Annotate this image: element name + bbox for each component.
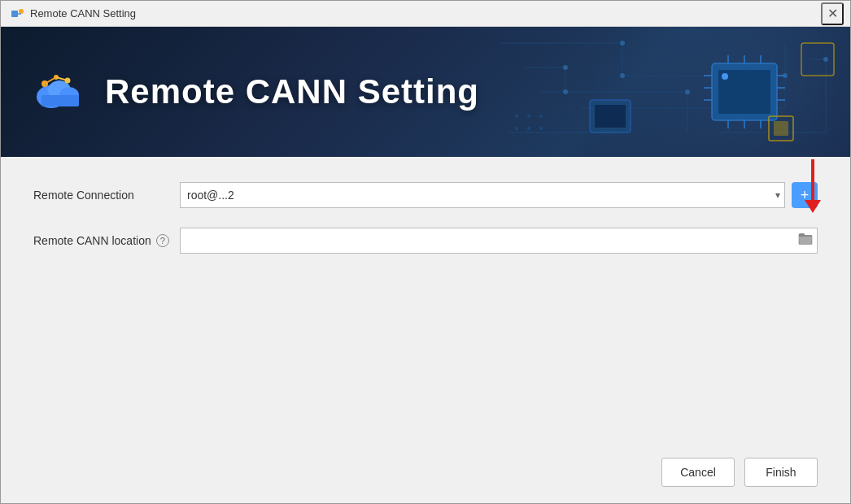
remote-connection-label: Remote Connection <box>33 189 180 202</box>
title-bar: Remote CANN Setting ✕ <box>1 1 850 27</box>
svg-point-40 <box>722 73 728 80</box>
svg-point-18 <box>620 73 625 78</box>
svg-rect-44 <box>774 121 788 136</box>
svg-point-47 <box>527 115 530 118</box>
browse-button[interactable] <box>796 231 814 250</box>
app-icon <box>11 7 24 20</box>
footer: Cancel Finish <box>1 448 850 503</box>
main-window: Remote CANN Setting ✕ <box>0 0 851 504</box>
svg-point-21 <box>685 89 690 94</box>
svg-rect-42 <box>595 105 626 128</box>
add-connection-button[interactable]: + <box>792 182 818 208</box>
remote-connection-control: root@...2 ▾ + <box>180 182 818 208</box>
svg-point-46 <box>515 115 518 118</box>
svg-point-23 <box>823 57 828 62</box>
close-button[interactable]: ✕ <box>821 2 844 25</box>
svg-rect-55 <box>41 95 79 106</box>
remote-cann-location-control <box>180 228 818 254</box>
svg-rect-0 <box>11 11 18 17</box>
content-area: Remote Connection root@...2 ▾ + Remote C… <box>1 157 850 448</box>
svg-point-25 <box>563 89 568 94</box>
remote-cann-location-input-wrapper <box>180 228 818 254</box>
title-bar-left: Remote CANN Setting <box>11 7 136 20</box>
svg-point-50 <box>527 127 530 130</box>
svg-point-24 <box>563 65 568 70</box>
svg-point-49 <box>515 127 518 130</box>
remote-cann-location-label: Remote CANN location ? <box>33 234 180 247</box>
cancel-button[interactable]: Cancel <box>661 458 735 487</box>
logo-icon <box>33 66 85 118</box>
svg-point-1 <box>19 9 24 14</box>
remote-connection-dropdown-wrapper: root@...2 ▾ <box>180 182 785 208</box>
svg-point-51 <box>539 127 543 130</box>
help-icon[interactable]: ? <box>156 234 169 247</box>
remote-cann-location-input[interactable] <box>180 228 818 254</box>
header-logo: Remote CANN Setting <box>33 66 479 118</box>
folder-icon <box>798 232 813 245</box>
remote-connection-dropdown[interactable]: root@...2 <box>180 182 785 208</box>
header-title: Remote CANN Setting <box>105 72 479 111</box>
header-banner: Remote CANN Setting <box>1 27 850 157</box>
finish-button[interactable]: Finish <box>744 458 818 487</box>
remote-connection-row: Remote Connection root@...2 ▾ + <box>33 180 818 211</box>
circuit-decoration <box>460 27 850 157</box>
svg-point-17 <box>620 41 625 46</box>
title-bar-text: Remote CANN Setting <box>30 7 136 20</box>
svg-point-48 <box>539 115 543 118</box>
remote-cann-location-row: Remote CANN location ? <box>33 225 818 256</box>
